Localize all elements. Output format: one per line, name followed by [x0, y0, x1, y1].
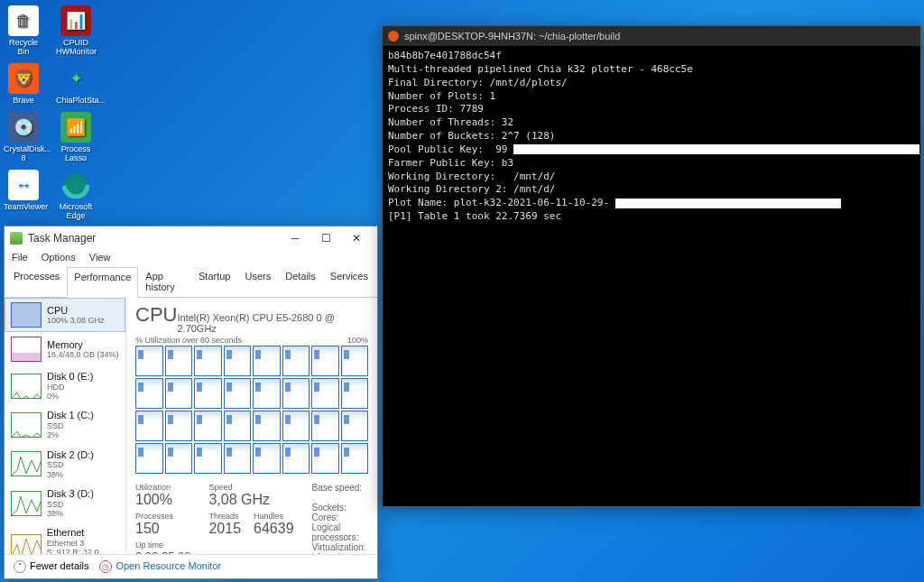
maximize-button[interactable]: ☐: [310, 228, 341, 248]
redacted-pool-key: [513, 144, 919, 154]
cpu-core-24: [135, 443, 163, 474]
icon-process-lasso[interactable]: 📶Process Lasso: [56, 112, 96, 162]
cpu-model: Intel(R) Xeon(R) CPU E5-2680 0 @ 2.70GHz: [177, 312, 368, 334]
cpu-core-grid[interactable]: [135, 346, 368, 474]
tab-performance[interactable]: Performance: [67, 267, 138, 298]
cpu-core-2: [194, 346, 222, 376]
sidebar-item-cpu-0[interactable]: CPU100% 3,08 GHz: [5, 298, 125, 332]
menu-file[interactable]: File: [12, 252, 28, 263]
icon-edge[interactable]: Microsoft Edge: [56, 170, 96, 220]
cpu-core-28: [253, 443, 281, 474]
stat-handles-value: 64639: [254, 521, 294, 537]
open-resmon-link[interactable]: ◷Open Resource Monitor: [99, 560, 221, 573]
cpu-core-4: [253, 346, 281, 376]
terminal-title-text: spinx@DESKTOP-9HNH37N: ~/chia-plotter/bu…: [404, 31, 620, 42]
task-manager-window: Task Manager ─ ☐ ✕ File Options View Pro…: [4, 226, 378, 579]
cpu-core-31: [341, 443, 369, 474]
cpu-core-19: [224, 411, 252, 441]
menu-view[interactable]: View: [89, 252, 111, 263]
util-label: % Utilization over 60 seconds: [135, 336, 242, 345]
cpu-core-13: [282, 378, 310, 409]
tab-users[interactable]: Users: [237, 266, 278, 297]
icon-brave[interactable]: 🦁Brave: [4, 63, 43, 105]
cpu-core-16: [135, 411, 163, 441]
tab-services[interactable]: Services: [323, 266, 375, 297]
icon-chiaplot[interactable]: ✦ChiaPlotSta...: [56, 63, 96, 105]
tm-titlebar[interactable]: Task Manager ─ ☐ ✕: [5, 226, 377, 250]
close-button[interactable]: ✕: [341, 228, 372, 248]
minimize-button[interactable]: ─: [280, 228, 310, 248]
desktop: 🗑Recycle Bin 📊CPUID HWMonitor 🦁Brave ✦Ch…: [4, 5, 96, 227]
cpu-core-0: [135, 346, 163, 376]
cpu-core-7: [341, 346, 369, 376]
icon-crystaldisk[interactable]: 💿CrystalDisk... 8: [4, 112, 43, 162]
stat-proc-label: Processes: [135, 512, 190, 521]
icon-teamviewer[interactable]: ↔TeamViewer: [4, 170, 43, 220]
cpu-spec-table: Base speed:2,70 GHzSockets:2Cores:16Logi…: [312, 483, 377, 554]
tab-processes[interactable]: Processes: [6, 266, 67, 297]
terminal-titlebar[interactable]: spinx@DESKTOP-9HNH37N: ~/chia-plotter/bu…: [383, 26, 920, 46]
tab-startup[interactable]: Startup: [191, 266, 237, 297]
cpu-core-14: [311, 378, 339, 409]
cpu-core-3: [224, 346, 252, 376]
stat-handles-label: Handles: [254, 512, 294, 521]
icon-hwmonitor[interactable]: 📊CPUID HWMonitor: [56, 5, 96, 56]
cpu-core-27: [224, 443, 252, 474]
cpu-core-18: [194, 411, 222, 441]
cpu-core-1: [165, 346, 193, 376]
tm-title-text: Task Manager: [28, 232, 96, 245]
terminal-window: spinx@DESKTOP-9HNH37N: ~/chia-plotter/bu…: [382, 25, 921, 507]
cpu-core-11: [224, 378, 252, 409]
tm-sidebar: CPU100% 3,08 GHzMemory16,4/48,0 GB (34%)…: [5, 298, 126, 554]
menu-options[interactable]: Options: [42, 252, 76, 263]
cpu-core-5: [282, 346, 310, 376]
stat-proc-value: 150: [135, 521, 190, 537]
cpu-core-26: [194, 443, 222, 474]
fewer-details-button[interactable]: ˄Fewer details: [14, 560, 88, 573]
cpu-core-23: [341, 411, 369, 441]
cpu-core-20: [253, 411, 281, 441]
chevron-up-icon: ˄: [14, 560, 26, 573]
sidebar-item-disk-5[interactable]: Disk 3 (D:)SSD38%: [5, 484, 125, 522]
cpu-core-8: [135, 378, 163, 409]
stat-speed-value: 3,08 GHz: [208, 492, 293, 508]
stat-speed-label: Speed: [208, 483, 293, 492]
stat-threads-value: 2015: [208, 521, 241, 537]
stat-util-label: Utilization: [135, 483, 190, 492]
tab-details[interactable]: Details: [278, 266, 323, 297]
cpu-core-22: [311, 411, 339, 441]
cpu-core-30: [311, 443, 339, 474]
cpu-core-21: [282, 411, 310, 441]
ubuntu-icon: [388, 31, 399, 42]
resmon-icon: ◷: [99, 560, 112, 573]
util-right: 100%: [347, 336, 368, 345]
sidebar-item-eth-6[interactable]: EthernetEthernet 3S: 912 R: 32,0 Kbps: [5, 522, 125, 554]
sidebar-item-disk-4[interactable]: Disk 2 (D:)SSD38%: [5, 445, 125, 484]
stat-util-value: 100%: [135, 492, 190, 508]
tm-menu-bar: File Options View: [5, 250, 377, 264]
cpu-core-10: [194, 378, 222, 409]
stat-threads-label: Threads: [208, 512, 241, 521]
redacted-plot-name: [615, 199, 841, 208]
tm-main: CPU Intel(R) Xeon(R) CPU E5-2680 0 @ 2.7…: [126, 298, 377, 554]
sidebar-item-disk-2[interactable]: Disk 0 (E:)HDD0%: [5, 366, 125, 405]
cpu-core-9: [165, 378, 193, 409]
tm-icon: [10, 232, 23, 245]
icon-recycle-bin[interactable]: 🗑Recycle Bin: [4, 5, 43, 56]
cpu-core-15: [341, 378, 369, 409]
tab-app-history[interactable]: App history: [138, 266, 191, 297]
tm-tabs: Processes Performance App history Startu…: [5, 266, 377, 298]
sidebar-item-disk-3[interactable]: Disk 1 (C:)SSD2%: [5, 405, 125, 444]
sidebar-item-mem-1[interactable]: Memory16,4/48,0 GB (34%): [5, 332, 125, 366]
terminal-body[interactable]: b84b8b7e401788dc54f Multi-threaded pipel…: [383, 46, 920, 227]
cpu-heading: CPU: [135, 303, 177, 327]
cpu-core-25: [165, 443, 193, 474]
cpu-core-29: [282, 443, 310, 474]
stat-uptime-label: Up time: [135, 540, 190, 550]
tm-footer: ˄Fewer details ◷Open Resource Monitor: [5, 554, 377, 578]
cpu-core-12: [253, 378, 281, 409]
cpu-core-6: [311, 346, 339, 376]
cpu-core-17: [165, 411, 193, 441]
